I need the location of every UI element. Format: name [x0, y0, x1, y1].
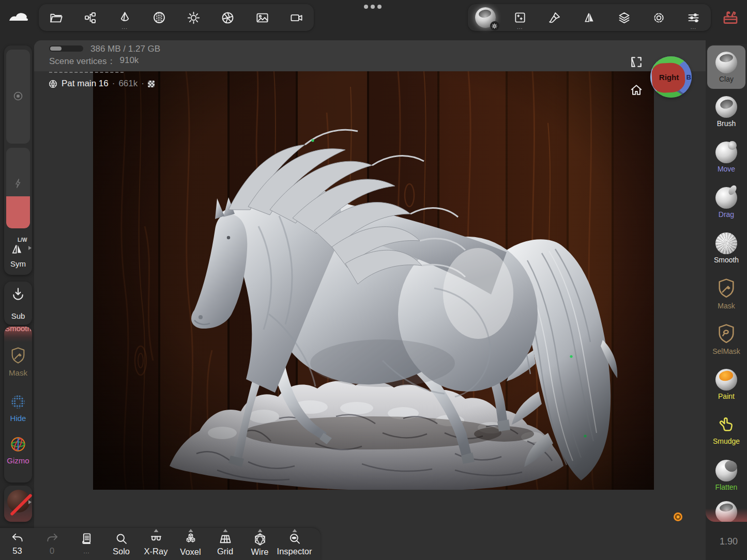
primitive-button[interactable]: ... [113, 6, 136, 29]
symmetry-label: Sym [4, 259, 32, 268]
settings-button[interactable] [647, 6, 670, 29]
memory-usage-text: 386 MB / 1.27 GB [90, 44, 160, 54]
sphere-brush-icon [715, 96, 737, 118]
app-logo-icon[interactable] [6, 8, 30, 25]
dot-separator: · [141, 79, 144, 89]
tool-brush[interactable]: Brush [706, 89, 747, 134]
files-button[interactable] [44, 6, 68, 29]
tool-smudge[interactable]: Smudge [706, 407, 747, 453]
settings-toolbar: ... ... [468, 4, 711, 31]
expand-arrow-icon [28, 246, 32, 250]
background-image-button[interactable] [250, 6, 274, 29]
xray-toggle[interactable]: X-Ray [139, 528, 173, 560]
tool-clay[interactable]: Clay [707, 45, 745, 89]
active-object-row[interactable]: Pat main 16 · 661k · [48, 79, 155, 89]
camera-button[interactable] [285, 6, 309, 29]
tool-flatten[interactable]: Flatten [706, 453, 747, 498]
home-view-button[interactable] [629, 83, 644, 97]
fullscreen-button[interactable] [630, 55, 643, 69]
tool-partial[interactable] [706, 498, 747, 522]
sphere-clay-icon [715, 52, 737, 73]
tool-mask[interactable]: Mask [706, 271, 747, 316]
tool-label: Mask [718, 302, 735, 309]
light-button[interactable] [181, 6, 205, 29]
matcap-material-button[interactable] [474, 6, 497, 29]
stamp-alpha-button[interactable]: ... [508, 6, 532, 29]
voxel-toggle[interactable]: Voxel [173, 528, 208, 560]
grid-toggle[interactable]: Grid [208, 528, 242, 560]
scene-vertices-value: 910k [120, 55, 139, 67]
voxel-cubes-icon [184, 532, 198, 547]
magnifier-icon [114, 532, 129, 546]
memory-usage-bar [49, 45, 83, 52]
shortcut-smooth[interactable]: Smooth [4, 326, 32, 342]
mask-label: Mask [4, 368, 32, 377]
xray-label: X-Ray [144, 547, 168, 556]
mesh-sphere-icon [48, 79, 58, 89]
grid-label: Grid [217, 547, 233, 556]
checkerboard-icon [148, 81, 155, 87]
radius-slider[interactable] [6, 50, 30, 144]
scene-graph-button[interactable] [79, 6, 102, 29]
matcap-sphere-icon [475, 7, 496, 28]
intensity-bolt-icon [6, 178, 30, 189]
hide-label: Hide [4, 414, 32, 423]
tool-label: Flatten [715, 484, 738, 491]
inspector-toggle[interactable]: Inspector [277, 528, 312, 560]
shortcut-mask[interactable]: Mask [4, 346, 32, 377]
caret-up-icon [257, 529, 262, 532]
tool-paint[interactable]: Paint [706, 362, 747, 407]
voxel-label: Voxel [180, 547, 201, 556]
horse-sculpture-scene [93, 71, 654, 490]
object-vertex-count: 661k [118, 79, 138, 89]
postprocess-button[interactable] [216, 6, 240, 29]
history-notes-button[interactable]: ... [69, 528, 104, 560]
sculpt-viewport[interactable] [93, 71, 654, 490]
scene-vertices-label: Scene vertices： [49, 55, 116, 67]
intensity-slider[interactable] [6, 148, 30, 228]
sliders-more: ... [681, 25, 705, 30]
tool-label: Drag [719, 211, 734, 218]
symmetry-toggle[interactable]: L/W Sym [4, 238, 32, 275]
undo-button[interactable]: 53 [0, 528, 35, 560]
redo-arrow-icon [45, 532, 59, 546]
sphere-move-icon [715, 142, 737, 163]
material-button[interactable] [147, 6, 171, 29]
multitask-dots-icon [364, 5, 382, 9]
wire-label: Wire [251, 547, 269, 556]
home-icon [629, 83, 644, 97]
tool-move[interactable]: Move [706, 134, 747, 180]
solo-label: Solo [113, 547, 130, 556]
tool-selmask[interactable]: SelMask [706, 316, 747, 362]
layers-button[interactable] [612, 6, 636, 29]
expand-arrow-icon [28, 500, 32, 504]
orientation-gizmo[interactable]: Right B [650, 56, 692, 98]
sub-label: Sub [4, 312, 32, 320]
caret-up-icon [292, 529, 297, 532]
wire-toggle[interactable]: Wire [242, 528, 277, 560]
redo-count: 0 [50, 546, 54, 555]
shield-lasso-icon [716, 323, 737, 346]
caret-up-icon [188, 529, 193, 532]
material-toggle-card[interactable] [4, 486, 32, 522]
redo-button[interactable]: 0 [35, 528, 69, 560]
shortcut-gizmo[interactable]: Gizmo [4, 435, 32, 465]
tool-label: Smooth [714, 256, 739, 263]
view-toolbar: 53 0 ... Solo X-Ray Voxel Grid Wire [0, 528, 321, 560]
adjust-sliders-button[interactable]: ... [681, 6, 705, 29]
symmetry-button[interactable] [577, 6, 601, 29]
dotted-blob-icon [4, 393, 32, 411]
undo-count: 53 [12, 546, 22, 555]
scene-vertices-row: Scene vertices： 910k [49, 55, 139, 67]
tool-label: Move [718, 165, 735, 173]
tool-drag[interactable]: Drag [706, 180, 747, 225]
sub-card[interactable]: Sub [4, 282, 32, 325]
solo-toggle[interactable]: Solo [104, 528, 139, 560]
sphere-slash-icon [7, 490, 30, 512]
tool-smooth[interactable]: Smooth [706, 225, 747, 271]
shortcut-hide[interactable]: Hide [4, 393, 32, 423]
object-name: Pat main 16 [62, 79, 109, 89]
stamp-more: ... [508, 25, 532, 30]
paint-mode-button[interactable] [543, 6, 567, 29]
toolbox-button[interactable] [720, 6, 741, 29]
